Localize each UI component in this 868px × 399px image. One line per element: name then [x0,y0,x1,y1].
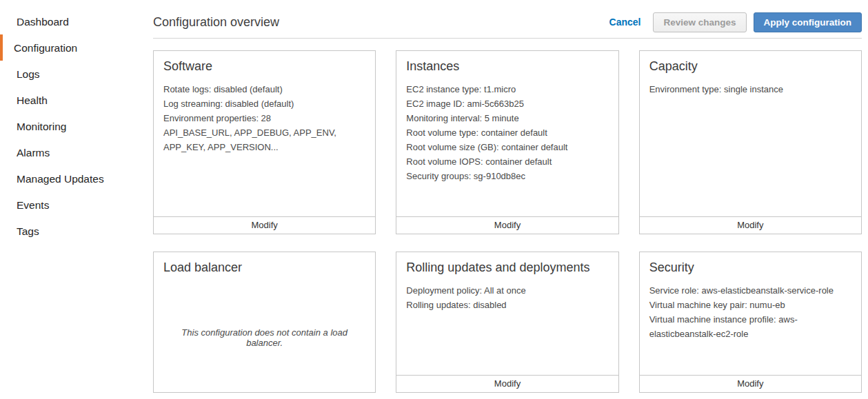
card-line: Deployment policy: All at once [406,283,608,298]
card-line: Virtual machine key pair: numu-eb [649,298,851,312]
card-title-security: Security [649,260,851,275]
main-content: Configuration overview Cancel Review cha… [153,0,868,399]
card-line: Rolling updates: disabled [406,298,608,312]
modify-button-software[interactable]: Modify [154,216,375,234]
cancel-button[interactable]: Cancel [609,17,641,28]
card-line: Virtual machine instance profile: aws-el… [649,312,851,341]
sidebar-item-alarms[interactable]: Alarms [0,139,153,165]
card-instances-body: Instances EC2 instance type: t1.micro EC… [396,51,618,216]
sidebar-item-monitoring[interactable]: Monitoring [0,113,153,139]
load-balancer-empty-message: This configuration does not contain a lo… [163,283,365,392]
card-instances: Instances EC2 instance type: t1.micro EC… [396,50,618,234]
page-title: Configuration overview [153,15,279,30]
card-rolling-updates-body: Rolling updates and deployments Deployme… [396,252,618,375]
card-line: API_BASE_URL, APP_DEBUG, APP_ENV, APP_KE… [163,125,365,154]
sidebar: Dashboard Configuration Logs Health Moni… [0,0,153,399]
sidebar-item-logs[interactable]: Logs [0,61,153,87]
modify-button-instances[interactable]: Modify [396,216,618,234]
card-capacity: Capacity Environment type: single instan… [639,50,862,234]
modify-button-rolling-updates[interactable]: Modify [396,375,618,392]
card-line: Monitoring interval: 5 minute [406,111,608,125]
sidebar-item-dashboard[interactable]: Dashboard [0,8,153,34]
card-line: Rotate logs: disabled (default) [163,82,365,96]
card-load-balancer-body: Load balancer This configuration does no… [154,252,375,392]
card-title-software: Software [163,59,365,74]
review-changes-button[interactable]: Review changes [653,12,746,32]
card-security-body: Security Service role: aws-elasticbeanst… [640,252,861,375]
card-line: Security groups: sg-910db8ec [406,169,608,183]
card-software: Software Rotate logs: disabled (default)… [153,50,376,234]
sidebar-item-managed-updates[interactable]: Managed Updates [0,165,153,192]
header-actions: Cancel Review changes Apply configuratio… [609,12,862,32]
card-line: Service role: aws-elasticbeanstalk-servi… [649,283,851,298]
card-line: Root volume size (GB): container default [406,140,608,154]
modify-button-security[interactable]: Modify [640,375,861,392]
card-line: Root volume type: container default [406,125,608,140]
cards-grid: Software Rotate logs: disabled (default)… [153,50,862,393]
header-divider [153,38,862,39]
sidebar-item-tags[interactable]: Tags [0,218,153,244]
card-line: EC2 instance type: t1.micro [406,82,608,96]
card-title-load-balancer: Load balancer [163,260,365,275]
card-rolling-updates: Rolling updates and deployments Deployme… [396,252,618,393]
card-title-rolling-updates: Rolling updates and deployments [406,260,608,275]
card-line: Environment properties: 28 [163,111,365,125]
card-line: EC2 image ID: ami-5c663b25 [406,96,608,111]
card-security: Security Service role: aws-elasticbeanst… [639,252,862,393]
card-software-body: Software Rotate logs: disabled (default)… [154,51,375,216]
page-header: Configuration overview Cancel Review cha… [153,12,862,32]
sidebar-item-events[interactable]: Events [0,192,153,218]
apply-configuration-button[interactable]: Apply configuration [754,12,862,32]
sidebar-item-configuration[interactable]: Configuration [0,34,153,61]
modify-button-capacity[interactable]: Modify [640,216,861,234]
card-line: Log streaming: disabled (default) [163,96,365,111]
card-load-balancer: Load balancer This configuration does no… [153,252,376,393]
card-line: Environment type: single instance [649,82,851,96]
card-capacity-body: Capacity Environment type: single instan… [640,51,861,216]
sidebar-item-health[interactable]: Health [0,87,153,113]
card-line: Root volume IOPS: container default [406,154,608,169]
app-root: Dashboard Configuration Logs Health Moni… [0,0,868,399]
card-title-capacity: Capacity [649,59,851,74]
card-title-instances: Instances [406,59,608,74]
